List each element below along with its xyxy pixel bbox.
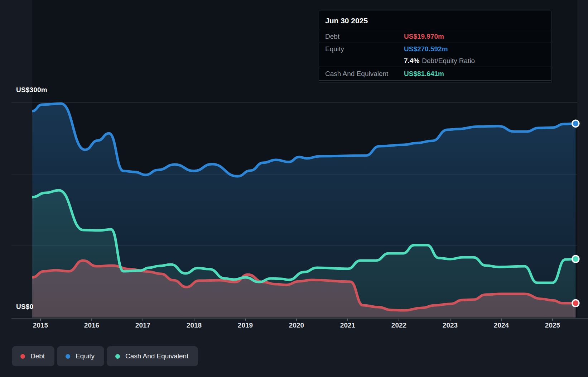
cash-dot-icon [115, 354, 120, 359]
equity-dot-icon [66, 354, 70, 359]
tooltip-cash-value: US$81.641m [404, 70, 444, 78]
tooltip-date: Jun 30 2025 [319, 11, 551, 30]
legend-cash-label: Cash And Equivalent [125, 352, 188, 360]
legend-item-debt[interactable]: Debt [12, 346, 54, 366]
tooltip-equity-value: US$270.592m [404, 45, 448, 53]
tooltip-debt-label: Debt [325, 33, 404, 40]
x-axis-label-2015: 2015 [33, 321, 48, 329]
x-axis-label-2017: 2017 [135, 321, 150, 329]
y-axis-label-0: US$0 [16, 303, 33, 311]
x-axis-label-2021: 2021 [340, 321, 355, 329]
tooltip-ratio-label: Debt/Equity Ratio [422, 57, 475, 65]
tooltip-debt-value: US$19.970m [404, 33, 444, 40]
debt-equity-chart-stage: US$300m US$0 201520162017201820192020202… [0, 0, 588, 377]
tooltip-panel: Jun 30 2025 Debt US$19.970m Equity US$27… [319, 11, 551, 83]
x-axis-label-2020: 2020 [289, 321, 304, 329]
tooltip-row-equity: Equity US$270.592m [319, 43, 551, 55]
tooltip-ratio-value: 7.4% [404, 57, 419, 65]
legend-equity-label: Equity [76, 352, 95, 360]
tooltip-bottom-border [319, 80, 551, 82]
legend-item-cash[interactable]: Cash And Equivalent [107, 346, 198, 366]
tooltip-cash-label: Cash And Equivalent [325, 70, 404, 78]
legend-debt-label: Debt [30, 352, 45, 360]
debt-end-marker[interactable] [572, 300, 579, 307]
tooltip-row-ratio: 7.4% Debt/Equity Ratio [319, 55, 551, 67]
x-axis-label-2016: 2016 [84, 321, 99, 329]
debt-dot-icon [20, 354, 25, 359]
equity-end-marker[interactable] [572, 120, 579, 127]
y-axis-label-300m: US$300m [16, 86, 47, 94]
tooltip-row-debt: Debt US$19.970m [319, 30, 551, 43]
x-axis-label-2025: 2025 [545, 321, 560, 329]
legend-item-equity[interactable]: Equity [57, 346, 104, 366]
x-axis-label-2022: 2022 [391, 321, 406, 329]
tooltip-row-cash: Cash And Equivalent US$81.641m [319, 67, 551, 80]
x-axis-label-2019: 2019 [238, 321, 253, 329]
x-axis-label-2018: 2018 [187, 321, 202, 329]
x-axis-label-2024: 2024 [494, 321, 509, 329]
x-axis-label-2023: 2023 [443, 321, 458, 329]
tooltip-equity-label: Equity [325, 45, 404, 53]
cash-and-equivalent-end-marker[interactable] [572, 256, 579, 262]
legend: Debt Equity Cash And Equivalent [12, 346, 198, 366]
